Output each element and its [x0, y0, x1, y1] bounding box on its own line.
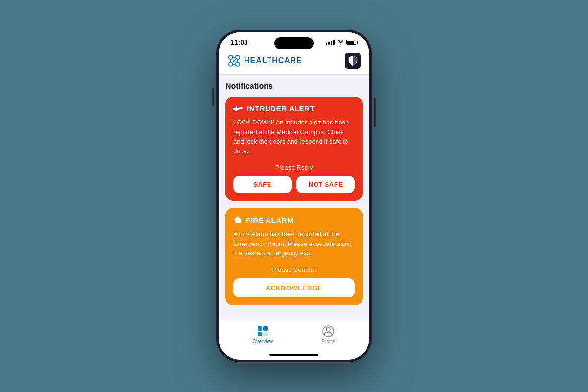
profile-label: Profile: [321, 339, 335, 344]
dynamic-island: [274, 37, 314, 49]
phone-frame: 11:08: [216, 29, 372, 363]
molecule-icon: [227, 54, 241, 68]
svg-point-22: [326, 327, 330, 331]
logo-text: HEALTHCARE: [244, 56, 302, 65]
intruder-please-reply: Please Reply: [233, 164, 355, 171]
notifications-content: Notifications INTRUDER ALERT LOCK DOWN! …: [219, 75, 369, 321]
intruder-icon: [233, 105, 243, 113]
svg-rect-10: [233, 108, 239, 110]
shield-icon[interactable]: [345, 53, 361, 69]
svg-rect-12: [242, 107, 243, 108]
fire-alarm-title: FIRE ALARM: [246, 216, 294, 224]
app-header: HEALTHCARE: [219, 48, 369, 75]
svg-point-3: [236, 62, 240, 66]
not-safe-button[interactable]: NOT SAFE: [296, 176, 355, 193]
section-title: Notifications: [225, 82, 363, 91]
svg-point-1: [236, 55, 240, 59]
acknowledge-button[interactable]: ACKNOWLEDGE: [233, 278, 355, 297]
svg-point-0: [229, 55, 233, 59]
svg-point-2: [229, 62, 233, 66]
svg-rect-17: [237, 221, 239, 223]
battery-icon: [346, 40, 358, 45]
svg-rect-14: [236, 106, 237, 108]
svg-rect-20: [258, 332, 262, 336]
fire-please-confirm: Please Confirm: [233, 266, 355, 273]
home-bar: [270, 354, 318, 356]
safe-button[interactable]: SAFE: [233, 176, 292, 193]
svg-rect-11: [239, 107, 242, 109]
status-time: 11:08: [230, 38, 248, 46]
svg-rect-18: [258, 326, 262, 331]
signal-icon: [326, 40, 335, 45]
fire-alarm-body: A Fire Alarm has been reported at the Em…: [233, 229, 355, 258]
bottom-nav: Overview Profile: [219, 321, 369, 354]
nav-profile[interactable]: Profile: [321, 325, 335, 344]
intruder-alert-card: INTRUDER ALERT LOCK DOWN! An intruder al…: [225, 97, 363, 201]
svg-rect-13: [235, 110, 237, 111]
overview-label: Overview: [252, 339, 273, 344]
status-bar: 11:08: [219, 32, 369, 48]
wifi-icon: [337, 39, 344, 45]
reply-buttons: SAFE NOT SAFE: [233, 176, 355, 193]
phone-screen: 11:08: [219, 32, 369, 360]
status-icons: [326, 39, 358, 45]
profile-icon: [322, 325, 334, 337]
nav-overview[interactable]: Overview: [252, 325, 273, 344]
fire-alarm-icon: [233, 216, 242, 224]
intruder-alert-body: LOCK DOWN! An intruder alert has been re…: [233, 118, 355, 156]
fire-alarm-card: FIRE ALARM A Fire Alarm has been reporte…: [225, 208, 363, 305]
fire-alarm-header: FIRE ALARM: [233, 216, 355, 224]
home-indicator: [219, 354, 369, 360]
intruder-alert-title: INTRUDER ALERT: [247, 104, 315, 113]
intruder-alert-header: INTRUDER ALERT: [233, 104, 355, 113]
logo-area: HEALTHCARE: [227, 54, 302, 68]
overview-icon: [257, 325, 269, 337]
svg-rect-19: [263, 326, 268, 331]
svg-rect-21: [263, 332, 268, 336]
